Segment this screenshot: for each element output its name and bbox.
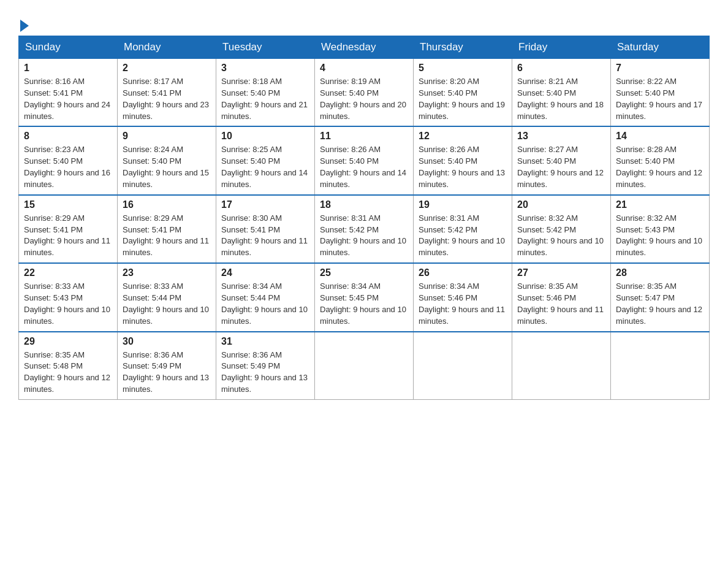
logo-arrow-icon	[20, 20, 29, 32]
day-number: 13	[517, 131, 605, 142]
weekday-header-cell: Saturday	[611, 36, 710, 59]
calendar-day-cell	[414, 332, 512, 400]
weekday-header-cell: Wednesday	[315, 36, 414, 59]
weekday-header-cell: Tuesday	[216, 36, 315, 59]
day-number: 3	[221, 63, 309, 74]
calendar-day-cell: 4 Sunrise: 8:19 AMSunset: 5:40 PMDayligh…	[315, 59, 414, 127]
calendar-day-cell: 28 Sunrise: 8:35 AMSunset: 5:47 PMDaylig…	[611, 263, 710, 331]
day-info: Sunrise: 8:35 AMSunset: 5:48 PMDaylight:…	[24, 350, 112, 396]
weekday-header-cell: Friday	[512, 36, 611, 59]
day-number: 5	[419, 63, 507, 74]
day-info: Sunrise: 8:34 AMSunset: 5:46 PMDaylight:…	[419, 281, 507, 327]
calendar-day-cell: 17 Sunrise: 8:30 AMSunset: 5:41 PMDaylig…	[216, 195, 315, 263]
day-info: Sunrise: 8:17 AMSunset: 5:41 PMDaylight:…	[123, 76, 211, 122]
day-info: Sunrise: 8:22 AMSunset: 5:40 PMDaylight:…	[616, 76, 704, 122]
page-header	[18, 12, 710, 29]
day-info: Sunrise: 8:33 AMSunset: 5:44 PMDaylight:…	[123, 281, 211, 327]
day-number: 10	[221, 131, 309, 142]
day-number: 27	[517, 267, 605, 278]
day-info: Sunrise: 8:31 AMSunset: 5:42 PMDaylight:…	[320, 213, 408, 259]
day-number: 23	[123, 267, 211, 278]
day-number: 14	[616, 131, 704, 142]
day-number: 8	[24, 131, 112, 142]
calendar-day-cell: 14 Sunrise: 8:28 AMSunset: 5:40 PMDaylig…	[611, 126, 710, 194]
calendar-day-cell: 3 Sunrise: 8:18 AMSunset: 5:40 PMDayligh…	[216, 59, 315, 127]
day-info: Sunrise: 8:31 AMSunset: 5:42 PMDaylight:…	[419, 213, 507, 259]
day-info: Sunrise: 8:23 AMSunset: 5:40 PMDaylight:…	[24, 144, 112, 190]
day-info: Sunrise: 8:29 AMSunset: 5:41 PMDaylight:…	[123, 213, 211, 259]
calendar-day-cell	[315, 332, 414, 400]
day-number: 1	[24, 63, 112, 74]
day-info: Sunrise: 8:36 AMSunset: 5:49 PMDaylight:…	[123, 350, 211, 396]
day-info: Sunrise: 8:32 AMSunset: 5:43 PMDaylight:…	[616, 213, 704, 259]
day-number: 19	[419, 199, 507, 210]
weekday-header-cell: Thursday	[414, 36, 512, 59]
calendar-day-cell: 31 Sunrise: 8:36 AMSunset: 5:49 PMDaylig…	[216, 332, 315, 400]
day-info: Sunrise: 8:20 AMSunset: 5:40 PMDaylight:…	[419, 76, 507, 122]
calendar-week-row: 1 Sunrise: 8:16 AMSunset: 5:41 PMDayligh…	[19, 59, 710, 127]
day-number: 16	[123, 199, 211, 210]
day-number: 17	[221, 199, 309, 210]
calendar-day-cell: 24 Sunrise: 8:34 AMSunset: 5:44 PMDaylig…	[216, 263, 315, 331]
calendar-day-cell: 20 Sunrise: 8:32 AMSunset: 5:42 PMDaylig…	[512, 195, 611, 263]
day-info: Sunrise: 8:25 AMSunset: 5:40 PMDaylight:…	[221, 144, 309, 190]
calendar-week-row: 29 Sunrise: 8:35 AMSunset: 5:48 PMDaylig…	[19, 332, 710, 400]
calendar-day-cell: 13 Sunrise: 8:27 AMSunset: 5:40 PMDaylig…	[512, 126, 611, 194]
calendar-day-cell: 15 Sunrise: 8:29 AMSunset: 5:41 PMDaylig…	[19, 195, 118, 263]
calendar-day-cell	[611, 332, 710, 400]
day-info: Sunrise: 8:35 AMSunset: 5:46 PMDaylight:…	[517, 281, 605, 327]
day-number: 15	[24, 199, 112, 210]
weekday-header-cell: Monday	[118, 36, 216, 59]
day-info: Sunrise: 8:26 AMSunset: 5:40 PMDaylight:…	[419, 144, 507, 190]
day-number: 30	[123, 336, 211, 347]
day-info: Sunrise: 8:34 AMSunset: 5:45 PMDaylight:…	[320, 281, 408, 327]
day-number: 24	[221, 267, 309, 278]
calendar-body: 1 Sunrise: 8:16 AMSunset: 5:41 PMDayligh…	[19, 59, 710, 400]
calendar-day-cell: 18 Sunrise: 8:31 AMSunset: 5:42 PMDaylig…	[315, 195, 414, 263]
logo	[18, 17, 29, 29]
calendar-day-cell: 8 Sunrise: 8:23 AMSunset: 5:40 PMDayligh…	[19, 126, 118, 194]
day-number: 26	[419, 267, 507, 278]
day-info: Sunrise: 8:18 AMSunset: 5:40 PMDaylight:…	[221, 76, 309, 122]
day-info: Sunrise: 8:32 AMSunset: 5:42 PMDaylight:…	[517, 213, 605, 259]
day-info: Sunrise: 8:26 AMSunset: 5:40 PMDaylight:…	[320, 144, 408, 190]
day-number: 31	[221, 336, 309, 347]
calendar-day-cell: 19 Sunrise: 8:31 AMSunset: 5:42 PMDaylig…	[414, 195, 512, 263]
calendar-day-cell: 2 Sunrise: 8:17 AMSunset: 5:41 PMDayligh…	[118, 59, 216, 127]
day-number: 12	[419, 131, 507, 142]
day-info: Sunrise: 8:21 AMSunset: 5:40 PMDaylight:…	[517, 76, 605, 122]
day-number: 25	[320, 267, 408, 278]
weekday-header-row: SundayMondayTuesdayWednesdayThursdayFrid…	[19, 36, 710, 59]
calendar-day-cell: 12 Sunrise: 8:26 AMSunset: 5:40 PMDaylig…	[414, 126, 512, 194]
day-info: Sunrise: 8:24 AMSunset: 5:40 PMDaylight:…	[123, 144, 211, 190]
calendar-day-cell: 16 Sunrise: 8:29 AMSunset: 5:41 PMDaylig…	[118, 195, 216, 263]
day-number: 6	[517, 63, 605, 74]
calendar-day-cell: 25 Sunrise: 8:34 AMSunset: 5:45 PMDaylig…	[315, 263, 414, 331]
calendar-day-cell: 6 Sunrise: 8:21 AMSunset: 5:40 PMDayligh…	[512, 59, 611, 127]
day-number: 4	[320, 63, 408, 74]
day-info: Sunrise: 8:28 AMSunset: 5:40 PMDaylight:…	[616, 144, 704, 190]
day-number: 18	[320, 199, 408, 210]
day-number: 28	[616, 267, 704, 278]
day-number: 29	[24, 336, 112, 347]
calendar-day-cell: 30 Sunrise: 8:36 AMSunset: 5:49 PMDaylig…	[118, 332, 216, 400]
day-number: 2	[123, 63, 211, 74]
weekday-header-cell: Sunday	[19, 36, 118, 59]
calendar-day-cell: 23 Sunrise: 8:33 AMSunset: 5:44 PMDaylig…	[118, 263, 216, 331]
calendar-day-cell: 26 Sunrise: 8:34 AMSunset: 5:46 PMDaylig…	[414, 263, 512, 331]
calendar-day-cell: 7 Sunrise: 8:22 AMSunset: 5:40 PMDayligh…	[611, 59, 710, 127]
day-number: 21	[616, 199, 704, 210]
calendar-week-row: 22 Sunrise: 8:33 AMSunset: 5:43 PMDaylig…	[19, 263, 710, 331]
calendar-table: SundayMondayTuesdayWednesdayThursdayFrid…	[18, 36, 710, 400]
calendar-day-cell: 21 Sunrise: 8:32 AMSunset: 5:43 PMDaylig…	[611, 195, 710, 263]
calendar-day-cell: 1 Sunrise: 8:16 AMSunset: 5:41 PMDayligh…	[19, 59, 118, 127]
calendar-day-cell: 22 Sunrise: 8:33 AMSunset: 5:43 PMDaylig…	[19, 263, 118, 331]
calendar-week-row: 8 Sunrise: 8:23 AMSunset: 5:40 PMDayligh…	[19, 126, 710, 194]
day-info: Sunrise: 8:19 AMSunset: 5:40 PMDaylight:…	[320, 76, 408, 122]
calendar-day-cell: 9 Sunrise: 8:24 AMSunset: 5:40 PMDayligh…	[118, 126, 216, 194]
day-info: Sunrise: 8:36 AMSunset: 5:49 PMDaylight:…	[221, 350, 309, 396]
day-info: Sunrise: 8:27 AMSunset: 5:40 PMDaylight:…	[517, 144, 605, 190]
calendar-day-cell: 29 Sunrise: 8:35 AMSunset: 5:48 PMDaylig…	[19, 332, 118, 400]
day-info: Sunrise: 8:33 AMSunset: 5:43 PMDaylight:…	[24, 281, 112, 327]
day-info: Sunrise: 8:34 AMSunset: 5:44 PMDaylight:…	[221, 281, 309, 327]
